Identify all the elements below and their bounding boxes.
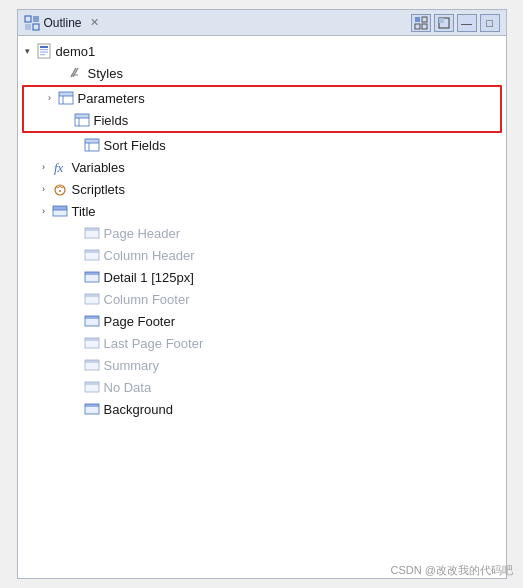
tree-item-background[interactable]: Background: [18, 398, 506, 420]
svg-rect-14: [40, 54, 45, 55]
detail-label: Detail 1 [125px]: [104, 270, 194, 285]
tree-item-summary[interactable]: Summary: [18, 354, 506, 376]
page-footer-icon: [84, 313, 100, 329]
no-data-icon: [84, 379, 100, 395]
svg-rect-3: [33, 24, 39, 30]
tree-item-sort-fields[interactable]: Sort Fields: [18, 134, 506, 156]
sort-fields-label: Sort Fields: [104, 138, 166, 153]
svg-rect-5: [422, 17, 427, 22]
svg-rect-34: [53, 206, 67, 210]
svg-rect-41: [85, 272, 99, 275]
svg-rect-12: [40, 49, 48, 50]
highlighted-group: › Parameters: [22, 85, 502, 133]
expand-parameters[interactable]: ›: [44, 92, 56, 104]
tree-item-variables[interactable]: › fx Variables: [18, 156, 506, 178]
outline-panel: Outline ✕: [17, 9, 507, 579]
svg-rect-1: [33, 16, 39, 22]
summary-icon: [84, 357, 100, 373]
background-label: Background: [104, 402, 173, 417]
tree-item-column-footer[interactable]: Column Footer: [18, 288, 506, 310]
fields-icon: [74, 112, 90, 128]
svg-rect-19: [59, 92, 73, 96]
background-icon: [84, 401, 100, 417]
no-expand-page-footer: [70, 315, 82, 327]
svg-rect-23: [75, 114, 89, 118]
tree-item-styles[interactable]: Styles: [18, 62, 506, 84]
svg-rect-2: [25, 24, 31, 30]
tree-item-detail[interactable]: Detail 1 [125px]: [18, 266, 506, 288]
styles-label: Styles: [88, 66, 123, 81]
tree-item-demo1[interactable]: ▾ demo1: [18, 40, 506, 62]
toolbar-btn-maximize[interactable]: □: [480, 14, 500, 32]
no-expand-sort: [70, 139, 82, 151]
toolbar-btn-2[interactable]: [434, 14, 454, 32]
no-expand-detail: [70, 271, 82, 283]
svg-rect-4: [415, 17, 420, 22]
svg-rect-53: [85, 404, 99, 407]
no-expand-styles: [54, 67, 66, 79]
variables-icon: fx: [52, 159, 68, 175]
sort-fields-icon: [84, 137, 100, 153]
expand-scriptlets[interactable]: ›: [38, 183, 50, 195]
tree-item-parameters[interactable]: › Parameters: [24, 87, 500, 109]
svg-rect-37: [85, 228, 99, 231]
expand-variables[interactable]: ›: [38, 161, 50, 173]
toolbar-btn-1[interactable]: [411, 14, 431, 32]
scriptlets-label: Scriptlets: [72, 182, 125, 197]
toolbar-btn-minimize[interactable]: —: [457, 14, 477, 32]
tree-item-last-page-footer[interactable]: Last Page Footer: [18, 332, 506, 354]
column-header-icon: [84, 247, 100, 263]
column-footer-label: Column Footer: [104, 292, 190, 307]
no-expand-no-data: [70, 381, 82, 393]
last-page-footer-icon: [84, 335, 100, 351]
title-bar-title: Outline: [44, 16, 82, 30]
no-expand-page-header: [70, 227, 82, 239]
fields-label: Fields: [94, 113, 129, 128]
svg-rect-39: [85, 250, 99, 253]
svg-rect-6: [415, 24, 420, 29]
styles-icon: [68, 65, 84, 81]
page-header-label: Page Header: [104, 226, 181, 241]
demo1-label: demo1: [56, 44, 96, 59]
no-data-label: No Data: [104, 380, 152, 395]
page-footer-label: Page Footer: [104, 314, 176, 329]
svg-rect-7: [422, 24, 427, 29]
svg-rect-49: [85, 360, 99, 363]
svg-rect-13: [40, 52, 48, 53]
no-expand-fields: [60, 114, 72, 126]
svg-rect-9: [439, 18, 444, 23]
title-bar-left: Outline ✕: [24, 15, 99, 31]
tree-item-title[interactable]: › Title: [18, 200, 506, 222]
svg-rect-47: [85, 338, 99, 341]
svg-rect-45: [85, 316, 99, 319]
variables-label: Variables: [72, 160, 125, 175]
title-bar-close-marker: ✕: [90, 16, 99, 29]
title-bar: Outline ✕: [18, 10, 506, 36]
tree-item-scriptlets[interactable]: › Scriptlets: [18, 178, 506, 200]
title-bar-actions: — □: [411, 14, 500, 32]
expand-demo1[interactable]: ▾: [22, 45, 34, 57]
svg-point-32: [59, 190, 61, 192]
title-band-icon: [52, 203, 68, 219]
column-header-label: Column Header: [104, 248, 195, 263]
tree-item-column-header[interactable]: Column Header: [18, 244, 506, 266]
summary-label: Summary: [104, 358, 160, 373]
page-header-icon: [84, 225, 100, 241]
no-expand-last-page-footer: [70, 337, 82, 349]
no-expand-column-footer: [70, 293, 82, 305]
detail-band-icon: [84, 269, 100, 285]
layout-icon: [414, 16, 428, 30]
tree-content: ▾ demo1 Style: [18, 36, 506, 578]
scriptlets-icon: [52, 181, 68, 197]
no-expand-summary: [70, 359, 82, 371]
tree-item-fields[interactable]: Fields: [24, 109, 500, 131]
tree-item-page-header[interactable]: Page Header: [18, 222, 506, 244]
watermark: CSDN @改改我的代码吧: [391, 563, 513, 578]
tree-item-no-data[interactable]: No Data: [18, 376, 506, 398]
parameters-icon: [58, 90, 74, 106]
expand-title[interactable]: ›: [38, 205, 50, 217]
last-page-footer-label: Last Page Footer: [104, 336, 204, 351]
tree-item-page-footer[interactable]: Page Footer: [18, 310, 506, 332]
svg-text:fx: fx: [54, 160, 64, 175]
title-label: Title: [72, 204, 96, 219]
